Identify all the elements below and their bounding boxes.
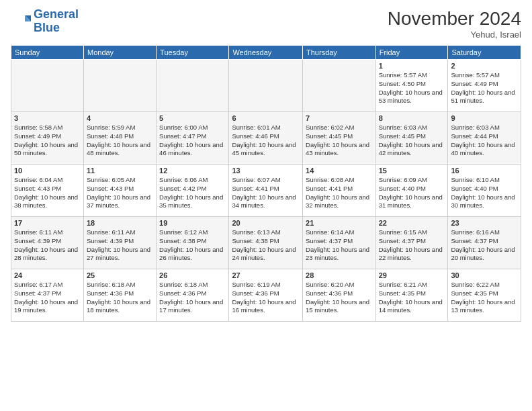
table-row: 12Sunrise: 6:06 AM Sunset: 4:42 PM Dayli… — [157, 165, 229, 217]
day-number: 2 — [451, 62, 518, 70]
day-info: Sunrise: 6:08 AM Sunset: 4:41 PM Dayligh… — [306, 176, 373, 210]
col-monday: Monday — [83, 46, 156, 60]
table-row: 28Sunrise: 6:20 AM Sunset: 4:36 PM Dayli… — [303, 269, 376, 322]
table-row: 7Sunrise: 6:02 AM Sunset: 4:45 PM Daylig… — [303, 112, 376, 165]
day-info: Sunrise: 5:58 AM Sunset: 4:49 PM Dayligh… — [14, 124, 81, 158]
logo-line1: General — [34, 7, 79, 21]
col-saturday: Saturday — [448, 46, 521, 60]
calendar-week-row: 10Sunrise: 6:04 AM Sunset: 4:43 PM Dayli… — [11, 165, 521, 217]
logo-line2: Blue — [34, 21, 60, 34]
table-row: 25Sunrise: 6:18 AM Sunset: 4:36 PM Dayli… — [83, 269, 156, 322]
day-number: 11 — [87, 167, 153, 175]
table-row: 11Sunrise: 6:05 AM Sunset: 4:43 PM Dayli… — [83, 165, 156, 217]
day-info: Sunrise: 6:09 AM Sunset: 4:40 PM Dayligh… — [379, 176, 445, 210]
table-row: 27Sunrise: 6:19 AM Sunset: 4:36 PM Dayli… — [229, 269, 303, 322]
col-tuesday: Tuesday — [157, 46, 229, 60]
day-info: Sunrise: 6:14 AM Sunset: 4:37 PM Dayligh… — [306, 228, 373, 263]
day-info: Sunrise: 6:02 AM Sunset: 4:45 PM Dayligh… — [306, 124, 373, 158]
table-row: 13Sunrise: 6:07 AM Sunset: 4:41 PM Dayli… — [229, 165, 303, 217]
day-info: Sunrise: 6:10 AM Sunset: 4:40 PM Dayligh… — [451, 176, 518, 210]
table-row: 24Sunrise: 6:17 AM Sunset: 4:37 PM Dayli… — [11, 269, 84, 322]
table-row — [157, 60, 229, 112]
col-wednesday: Wednesday — [229, 46, 303, 60]
table-row: 3Sunrise: 5:58 AM Sunset: 4:49 PM Daylig… — [11, 112, 84, 165]
day-number: 14 — [306, 167, 373, 175]
day-number: 28 — [306, 271, 373, 279]
table-row — [229, 60, 303, 112]
day-info: Sunrise: 6:07 AM Sunset: 4:41 PM Dayligh… — [232, 176, 300, 210]
day-number: 30 — [451, 271, 518, 279]
day-info: Sunrise: 6:15 AM Sunset: 4:37 PM Dayligh… — [379, 228, 445, 263]
day-number: 15 — [379, 167, 445, 175]
day-number: 23 — [451, 219, 518, 227]
table-row — [83, 60, 156, 112]
day-number: 4 — [87, 114, 153, 122]
day-info: Sunrise: 6:21 AM Sunset: 4:35 PM Dayligh… — [379, 281, 445, 315]
title-block: November 2024 Yehud, Israel — [388, 8, 521, 40]
day-number: 8 — [379, 114, 445, 122]
table-row: 4Sunrise: 5:59 AM Sunset: 4:48 PM Daylig… — [83, 112, 156, 165]
col-friday: Friday — [375, 46, 448, 60]
header: General Blue November 2024 Yehud, Israel — [11, 8, 521, 40]
day-number: 12 — [159, 167, 226, 175]
table-row: 30Sunrise: 6:22 AM Sunset: 4:35 PM Dayli… — [448, 269, 521, 322]
table-row: 29Sunrise: 6:21 AM Sunset: 4:35 PM Dayli… — [375, 269, 448, 322]
table-row: 9Sunrise: 6:03 AM Sunset: 4:44 PM Daylig… — [448, 112, 521, 165]
table-row: 17Sunrise: 6:11 AM Sunset: 4:39 PM Dayli… — [11, 217, 84, 269]
calendar: Sunday Monday Tuesday Wednesday Thursday… — [11, 45, 521, 322]
day-info: Sunrise: 6:11 AM Sunset: 4:39 PM Dayligh… — [14, 228, 81, 263]
day-number: 5 — [159, 114, 226, 122]
table-row: 10Sunrise: 6:04 AM Sunset: 4:43 PM Dayli… — [11, 165, 84, 217]
day-number: 25 — [87, 271, 153, 279]
table-row: 21Sunrise: 6:14 AM Sunset: 4:37 PM Dayli… — [303, 217, 376, 269]
table-row: 20Sunrise: 6:13 AM Sunset: 4:38 PM Dayli… — [229, 217, 303, 269]
day-info: Sunrise: 6:17 AM Sunset: 4:37 PM Dayligh… — [14, 281, 81, 315]
calendar-week-row: 1Sunrise: 5:57 AM Sunset: 4:50 PM Daylig… — [11, 60, 521, 112]
day-number: 9 — [451, 114, 518, 122]
day-number: 16 — [451, 167, 518, 175]
day-number: 17 — [14, 219, 81, 227]
table-row: 6Sunrise: 6:01 AM Sunset: 4:46 PM Daylig… — [229, 112, 303, 165]
day-info: Sunrise: 6:12 AM Sunset: 4:38 PM Dayligh… — [159, 228, 226, 263]
day-info: Sunrise: 6:18 AM Sunset: 4:36 PM Dayligh… — [159, 281, 226, 315]
day-info: Sunrise: 6:00 AM Sunset: 4:47 PM Dayligh… — [159, 124, 226, 158]
day-number: 29 — [379, 271, 445, 279]
day-info: Sunrise: 6:03 AM Sunset: 4:45 PM Dayligh… — [379, 124, 445, 158]
col-thursday: Thursday — [303, 46, 376, 60]
day-number: 7 — [306, 114, 373, 122]
calendar-week-row: 17Sunrise: 6:11 AM Sunset: 4:39 PM Dayli… — [11, 217, 521, 269]
day-number: 27 — [232, 271, 300, 279]
day-number: 20 — [232, 219, 300, 227]
table-row: 5Sunrise: 6:00 AM Sunset: 4:47 PM Daylig… — [157, 112, 229, 165]
day-info: Sunrise: 6:16 AM Sunset: 4:37 PM Dayligh… — [451, 228, 518, 263]
day-info: Sunrise: 5:57 AM Sunset: 4:50 PM Dayligh… — [379, 71, 445, 105]
day-info: Sunrise: 6:18 AM Sunset: 4:36 PM Dayligh… — [87, 281, 153, 315]
table-row — [303, 60, 376, 112]
day-number: 13 — [232, 167, 300, 175]
day-info: Sunrise: 5:57 AM Sunset: 4:49 PM Dayligh… — [451, 71, 518, 105]
day-info: Sunrise: 6:19 AM Sunset: 4:36 PM Dayligh… — [232, 281, 300, 315]
table-row: 26Sunrise: 6:18 AM Sunset: 4:36 PM Dayli… — [157, 269, 229, 322]
day-info: Sunrise: 6:05 AM Sunset: 4:43 PM Dayligh… — [87, 176, 153, 210]
logo-text: General Blue — [34, 8, 79, 35]
day-info: Sunrise: 5:59 AM Sunset: 4:48 PM Dayligh… — [87, 124, 153, 158]
day-number: 24 — [14, 271, 81, 279]
calendar-week-row: 3Sunrise: 5:58 AM Sunset: 4:49 PM Daylig… — [11, 112, 521, 165]
day-info: Sunrise: 6:03 AM Sunset: 4:44 PM Dayligh… — [451, 124, 518, 158]
day-number: 3 — [14, 114, 81, 122]
table-row: 16Sunrise: 6:10 AM Sunset: 4:40 PM Dayli… — [448, 165, 521, 217]
day-number: 21 — [306, 219, 373, 227]
day-number: 10 — [14, 167, 81, 175]
table-row: 18Sunrise: 6:11 AM Sunset: 4:39 PM Dayli… — [83, 217, 156, 269]
page: General Blue November 2024 Yehud, Israel… — [0, 0, 532, 411]
location: Yehud, Israel — [388, 30, 521, 40]
table-row: 23Sunrise: 6:16 AM Sunset: 4:37 PM Dayli… — [448, 217, 521, 269]
month-title: November 2024 — [388, 8, 521, 30]
day-info: Sunrise: 6:06 AM Sunset: 4:42 PM Dayligh… — [159, 176, 226, 210]
day-info: Sunrise: 6:22 AM Sunset: 4:35 PM Dayligh… — [451, 281, 518, 315]
day-number: 26 — [159, 271, 226, 279]
day-number: 19 — [159, 219, 226, 227]
day-info: Sunrise: 6:01 AM Sunset: 4:46 PM Dayligh… — [232, 124, 300, 158]
day-number: 22 — [379, 219, 445, 227]
table-row: 22Sunrise: 6:15 AM Sunset: 4:37 PM Dayli… — [375, 217, 448, 269]
